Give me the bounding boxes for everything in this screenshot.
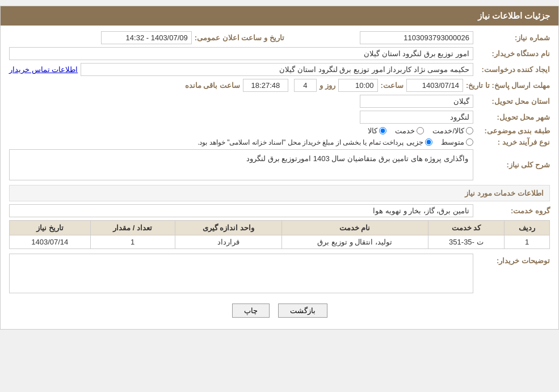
service-group-label: گروه خدمت: <box>476 206 550 215</box>
page-title: جزئیات اطلاعات نیاز <box>478 11 550 20</box>
row-province: استان محل تحویل: گیلان <box>9 95 550 108</box>
need-number-value: 1103093793000026 <box>360 31 473 44</box>
deadline-time: 10:00 <box>338 79 378 92</box>
radio-jozyi-label: جزیی <box>406 138 423 146</box>
radio-motawaset-input[interactable] <box>466 138 473 146</box>
city-value: لنگرود <box>360 111 473 124</box>
deadline-time-label: ساعت: <box>381 81 404 90</box>
deadline-label: مهلت ارسال پاسخ: تا تاریخ: <box>466 81 550 90</box>
row-city: شهر محل تحویل: لنگرود <box>9 111 550 124</box>
deadline-remaining-label: ساعت باقی مانده <box>185 81 240 90</box>
table-body: 1ت -35-351تولید، انتقال و توزیع برققرارد… <box>10 235 550 249</box>
category-radio-group: کالا/خدمت خدمت کالا <box>368 127 473 135</box>
row-need-desc: شرح کلی نیاز: واگذاری پروژه های تامین بر… <box>9 149 550 180</box>
row-service-group: گروه خدمت: تامین برق، گاز، بخار و تهویه … <box>9 204 550 217</box>
process-type-label: نوع فرآیند خرید : <box>476 138 550 146</box>
col-row-num: ردیف <box>505 221 550 235</box>
radio-kala-khedmat-label: کالا/خدمت <box>432 127 464 135</box>
buyer-org-label: نام دستگاه خریدار: <box>476 49 550 58</box>
col-qty: تعداد / مقدار <box>90 221 175 235</box>
radio-motawaset: متوسط <box>441 138 473 146</box>
deadline-date: 1403/07/14 <box>406 79 463 92</box>
col-code: کد خدمت <box>428 221 505 235</box>
radio-khedmat-label: خدمت <box>395 127 415 135</box>
row-need-number: شماره نیاز: 1103093793000026 تاریخ و ساع… <box>9 31 550 44</box>
creator-label: ایجاد کننده درخواست: <box>476 65 550 74</box>
footer-buttons: بازگشت چاپ <box>9 298 550 323</box>
print-button[interactable]: چاپ <box>232 304 270 318</box>
deadline-days-label: روز و <box>320 81 335 90</box>
table-header-row: ردیف کد خدمت نام خدمت واحد اندازه گیری ت… <box>10 221 550 235</box>
row-creator: ایجاد کننده درخواست: حکیمه موسی نژاد کار… <box>9 63 550 76</box>
radio-kala: کالا <box>368 127 386 135</box>
service-group-value: تامین برق، گاز، بخار و تهویه هوا <box>9 204 473 217</box>
col-name: نام خدمت <box>281 221 428 235</box>
radio-kala-khedmat: کالا/خدمت <box>432 127 473 135</box>
content-area: شماره نیاز: 1103093793000026 تاریخ و ساع… <box>1 26 558 329</box>
row-buyer-org: نام دستگاه خریدار: امور توزیع برق لنگرود… <box>9 47 550 60</box>
radio-kala-khedmat-input[interactable] <box>466 127 473 134</box>
buyer-desc-label: توضیحات خریدار: <box>476 254 550 265</box>
deadline-remaining: 18:27:48 <box>243 79 288 92</box>
buyer-desc-box <box>9 254 473 293</box>
buyer-org-value: امور توزیع برق لنگرود استان گیلان <box>9 47 473 60</box>
process-radio-group: متوسط جزیی <box>406 138 473 146</box>
radio-khedmat-input[interactable] <box>417 127 424 134</box>
deadline-days: 4 <box>294 79 317 92</box>
process-note: پرداخت تمام یا بخشی از مبلغ خریداز محل "… <box>197 138 404 146</box>
creator-value: حکیمه موسی نژاد کاربرداز امور توزیع برق … <box>81 63 473 76</box>
row-deadline: مهلت ارسال پاسخ: تا تاریخ: 1403/07/14 سا… <box>9 79 550 92</box>
service-table: ردیف کد خدمت نام خدمت واحد اندازه گیری ت… <box>9 220 550 249</box>
radio-kala-input[interactable] <box>379 127 386 134</box>
province-label: استان محل تحویل: <box>476 97 550 106</box>
col-date: تاریخ نیاز <box>10 221 91 235</box>
radio-kala-label: کالا <box>368 127 377 135</box>
need-desc-label: شرح کلی نیاز: <box>476 161 550 169</box>
table-head: ردیف کد خدمت نام خدمت واحد اندازه گیری ت… <box>10 221 550 235</box>
announce-date-value: 1403/07/09 - 14:32 <box>101 31 192 44</box>
services-section-header: اطلاعات خدمات مورد نیاز <box>9 185 550 201</box>
radio-khedmat: خدمت <box>395 127 424 135</box>
row-buyer-desc: توضیحات خریدار: <box>9 254 550 293</box>
need-number-label: شماره نیاز: <box>476 33 550 42</box>
city-label: شهر محل تحویل: <box>476 113 550 121</box>
announce-date-label: تاریخ و ساعت اعلان عمومی: <box>195 33 284 42</box>
category-label: طبقه بندی موضوعی: <box>476 127 550 135</box>
contact-link[interactable]: اطلاعات تماس خریدار <box>9 65 78 74</box>
need-desc-value: واگذاری پروژه های تامین برق متقاضیان سال… <box>9 149 473 180</box>
radio-motawaset-label: متوسط <box>441 138 464 146</box>
radio-jozyi-input[interactable] <box>425 138 432 146</box>
table-row: 1ت -35-351تولید، انتقال و توزیع برققرارد… <box>10 235 550 249</box>
col-unit: واحد اندازه گیری <box>175 221 281 235</box>
back-button[interactable]: بازگشت <box>278 304 327 318</box>
row-category: طبقه بندی موضوعی: کالا/خدمت خدمت کالا <box>9 127 550 135</box>
page-header: جزئیات اطلاعات نیاز <box>1 6 558 26</box>
row-process-type: نوع فرآیند خرید : متوسط جزیی پرداخت تمام… <box>9 138 550 146</box>
radio-jozyi: جزیی <box>406 138 432 146</box>
province-value: گیلان <box>360 95 473 108</box>
page-wrapper: جزئیات اطلاعات نیاز شماره نیاز: 11030937… <box>0 6 559 330</box>
